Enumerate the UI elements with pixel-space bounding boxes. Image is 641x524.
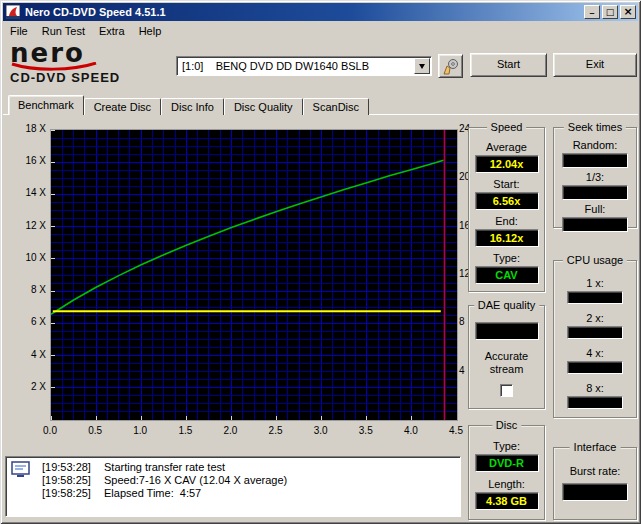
tab-scandisc[interactable]: ScanDisc xyxy=(303,98,369,115)
y-axis-left-tick: 2 X xyxy=(12,381,46,393)
interface-group: Interface Burst rate: xyxy=(553,447,637,520)
menu-item-file[interactable]: File xyxy=(3,23,35,39)
speed-type-label: Type: xyxy=(469,252,544,264)
log-line: [19:58:25]Speed:7-16 X CAV (12.04 X aver… xyxy=(42,474,457,487)
start-label: Start: xyxy=(469,178,544,190)
minimize-icon[interactable]: _ xyxy=(584,5,600,19)
x-axis-tick: 1.0 xyxy=(128,425,152,437)
disc-length-label: Length: xyxy=(469,478,544,490)
x-axis-tick: 3.0 xyxy=(309,425,333,437)
start-button[interactable]: Start xyxy=(470,53,547,77)
seek-times-group-title: Seek times xyxy=(564,121,626,133)
y-axis-left-tick: 18 X xyxy=(12,123,46,135)
seek-third-value xyxy=(562,185,628,200)
seek-times-group: Seek times Random: 1/3: Full: xyxy=(553,127,637,228)
cpu-4-x--label: 4 x: xyxy=(554,347,636,359)
menu-item-help[interactable]: Help xyxy=(132,23,169,39)
nero-logo-text: nero xyxy=(10,42,170,64)
exit-button[interactable]: Exit xyxy=(553,53,637,77)
x-axis-tick: 0.5 xyxy=(83,425,107,437)
y-axis-left-tick: 6 X xyxy=(12,316,46,328)
x-axis-tick: 4.5 xyxy=(444,425,468,437)
maximize-icon[interactable]: □ xyxy=(602,5,618,19)
speed-group: Speed Average 12.04x Start: 6.56x End: 1… xyxy=(468,127,545,292)
cpu-4-x--value xyxy=(567,361,623,374)
seek-full-label: Full: xyxy=(554,203,636,215)
x-axis-tick: 2.5 xyxy=(264,425,288,437)
accurate-stream-checkbox[interactable] xyxy=(500,384,513,397)
cpu-8-x--label: 8 x: xyxy=(554,382,636,394)
end-value: 16.12x xyxy=(475,229,539,247)
x-axis-tick: 2.0 xyxy=(218,425,242,437)
burst-rate-value xyxy=(562,483,628,501)
nero-logo: nero CD-DVD SPEED xyxy=(10,42,170,85)
eject-disc-button[interactable] xyxy=(438,54,463,78)
title-bar[interactable]: Nero CD-DVD Speed 4.51.1 _ □ × xyxy=(3,3,638,21)
seek-third-label: 1/3: xyxy=(554,171,636,183)
dae-quality-value xyxy=(475,322,539,340)
log-timestamp: [19:53:28] xyxy=(42,461,104,474)
benchmark-chart: 18 X16 X14 X12 X10 X8 X6 X4 X2 X24201612… xyxy=(0,118,475,455)
window-controls: _ □ × xyxy=(582,5,636,19)
cpu-1-x--label: 1 x: xyxy=(554,277,636,289)
cpu-1-x--value xyxy=(567,291,623,304)
y-axis-left-tick: 8 X xyxy=(12,284,46,296)
end-label: End: xyxy=(469,215,544,227)
benchmark-plot xyxy=(50,129,458,421)
speed-group-title: Speed xyxy=(487,121,527,133)
log-line: [19:53:28]Starting transfer rate test xyxy=(42,461,457,474)
menu-item-extra[interactable]: Extra xyxy=(92,23,132,39)
x-axis-tick: 3.5 xyxy=(354,425,378,437)
disc-group-title: Disc xyxy=(492,419,521,431)
y-axis-left-tick: 14 X xyxy=(12,187,46,199)
log-timestamp: [19:58:25] xyxy=(42,487,104,500)
average-label: Average xyxy=(469,141,544,153)
benchmark-plot-canvas xyxy=(51,130,457,420)
tab-disc-info[interactable]: Disc Info xyxy=(161,98,224,115)
drive-select[interactable]: [1:0] BENQ DVD DD DW1640 BSLB xyxy=(176,56,432,76)
log-timestamp: [19:58:25] xyxy=(42,474,104,487)
tab-create-disc[interactable]: Create Disc xyxy=(84,98,161,115)
menu-item-run-test[interactable]: Run Test xyxy=(35,23,92,39)
interface-group-title: Interface xyxy=(570,441,621,453)
log-line: [19:58:25]Elapsed Time: 4:57 xyxy=(42,487,457,500)
x-axis-tick: 0.0 xyxy=(38,425,62,437)
cpu-8-x--value xyxy=(567,396,623,409)
disc-type-label: Type: xyxy=(469,440,544,452)
drive-select-value: [1:0] BENQ DVD DD DW1640 BSLB xyxy=(182,57,413,75)
accurate-stream-label: Accurate stream xyxy=(469,350,544,376)
disc-type-value: DVD-R xyxy=(475,454,539,472)
hand-disc-icon xyxy=(442,58,459,75)
log-icon xyxy=(11,461,31,481)
disc-length-value: 4.38 GB xyxy=(475,492,539,510)
log-message: Speed:7-16 X CAV (12.04 X average) xyxy=(104,474,287,487)
dae-quality-group-title: DAE quality xyxy=(474,299,539,311)
average-value: 12.04x xyxy=(475,155,539,173)
close-icon[interactable]: × xyxy=(620,5,636,19)
app-window: Nero CD-DVD Speed 4.51.1 _ □ × FileRun T… xyxy=(0,0,641,524)
cpu-2-x--value xyxy=(567,326,623,339)
burst-rate-label: Burst rate: xyxy=(554,465,636,477)
cpu-usage-group: CPU usage 1 x:2 x:4 x:8 x: xyxy=(553,260,637,418)
y-axis-left-tick: 10 X xyxy=(12,252,46,264)
x-axis-tick: 4.0 xyxy=(399,425,423,437)
disc-group: Disc Type: DVD-R Length: 4.38 GB xyxy=(468,425,545,520)
dae-quality-group: DAE quality Accurate stream xyxy=(468,305,545,409)
speed-type-value: CAV xyxy=(475,266,539,284)
log-message: Starting transfer rate test xyxy=(104,461,225,474)
cpu-2-x--label: 2 x: xyxy=(554,312,636,324)
cpu-usage-group-title: CPU usage xyxy=(563,254,627,266)
seek-random-value xyxy=(562,153,628,168)
tab-benchmark[interactable]: Benchmark xyxy=(8,95,84,115)
y-axis-left-tick: 4 X xyxy=(12,349,46,361)
seek-full-value xyxy=(562,217,628,232)
tab-disc-quality[interactable]: Disc Quality xyxy=(224,98,303,115)
seek-random-label: Random: xyxy=(554,139,636,151)
cdspeed-logo-text: CD-DVD SPEED xyxy=(10,70,170,85)
dropdown-arrow-icon[interactable] xyxy=(414,58,430,74)
x-axis-tick: 1.5 xyxy=(173,425,197,437)
tab-strip: BenchmarkCreate DiscDisc InfoDisc Qualit… xyxy=(8,95,369,115)
y-axis-left-tick: 12 X xyxy=(12,220,46,232)
app-icon xyxy=(6,5,22,19)
window-title: Nero CD-DVD Speed 4.51.1 xyxy=(25,6,582,18)
